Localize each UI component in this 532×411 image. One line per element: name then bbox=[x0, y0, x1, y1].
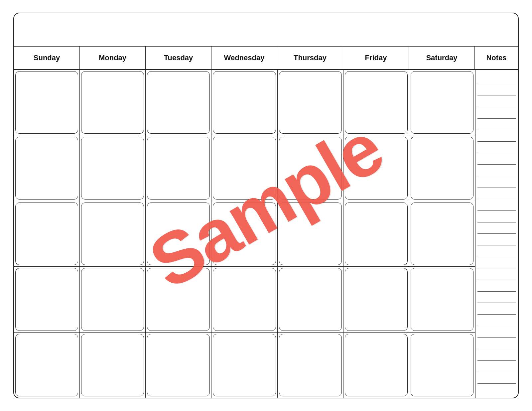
note-line bbox=[477, 315, 516, 326]
calendar-row-1 bbox=[14, 70, 475, 135]
day-cell bbox=[409, 201, 475, 266]
note-line bbox=[477, 84, 516, 96]
note-line bbox=[477, 234, 516, 245]
note-line bbox=[477, 257, 516, 269]
day-cell-inner bbox=[15, 268, 78, 331]
day-cell-inner bbox=[147, 268, 210, 331]
day-cell-inner bbox=[213, 203, 276, 265]
day-cell bbox=[146, 267, 211, 332]
day-cell-inner bbox=[213, 137, 276, 199]
day-cell bbox=[409, 135, 475, 201]
day-cell bbox=[211, 267, 277, 332]
day-cell bbox=[278, 333, 343, 398]
note-line bbox=[477, 303, 516, 315]
day-cell bbox=[278, 135, 343, 201]
note-line bbox=[477, 338, 516, 349]
day-cell bbox=[146, 135, 211, 201]
day-cell-inner bbox=[345, 137, 408, 199]
note-line bbox=[477, 349, 516, 361]
day-cell-inner bbox=[213, 71, 276, 134]
day-cell-inner bbox=[411, 334, 473, 396]
day-cell bbox=[278, 267, 343, 332]
day-cell-inner bbox=[411, 268, 473, 331]
day-cell bbox=[211, 135, 277, 201]
header-friday: Friday bbox=[343, 47, 409, 69]
calendar-row-3 bbox=[14, 201, 475, 267]
day-cell bbox=[80, 135, 146, 201]
note-line bbox=[477, 95, 516, 107]
day-cell-inner bbox=[279, 71, 342, 134]
day-cell-inner bbox=[279, 334, 342, 396]
day-cell bbox=[278, 201, 343, 266]
day-cell-inner bbox=[213, 268, 276, 331]
calendar-body bbox=[14, 70, 518, 398]
day-cell-inner bbox=[345, 203, 408, 265]
day-cell bbox=[14, 135, 80, 201]
day-cell bbox=[80, 333, 146, 398]
note-line bbox=[477, 176, 516, 188]
note-line bbox=[477, 361, 516, 372]
day-cell bbox=[211, 70, 277, 135]
note-line bbox=[477, 107, 516, 119]
day-cell bbox=[80, 201, 146, 266]
day-cell bbox=[14, 201, 80, 266]
header-row: Sunday Monday Tuesday Wednesday Thursday… bbox=[14, 47, 518, 70]
note-line bbox=[477, 268, 516, 280]
day-cell bbox=[409, 70, 475, 135]
day-cell bbox=[80, 70, 146, 135]
day-cell-inner bbox=[15, 71, 78, 134]
calendar-row-2 bbox=[14, 135, 475, 201]
day-cell-inner bbox=[81, 137, 144, 199]
note-line bbox=[477, 222, 516, 234]
header-thursday: Thursday bbox=[277, 47, 343, 69]
day-cell bbox=[146, 201, 211, 266]
day-cell bbox=[278, 70, 343, 135]
days-grid bbox=[14, 70, 475, 398]
day-cell bbox=[14, 333, 80, 398]
day-cell bbox=[409, 333, 475, 398]
calendar-row-4 bbox=[14, 267, 475, 332]
note-line bbox=[477, 199, 516, 211]
note-line bbox=[477, 188, 516, 200]
day-cell-inner bbox=[147, 203, 210, 265]
day-cell-inner bbox=[411, 203, 473, 265]
note-line bbox=[477, 153, 516, 165]
day-cell-inner bbox=[147, 71, 210, 134]
day-cell bbox=[343, 135, 409, 201]
day-cell-inner bbox=[411, 137, 473, 199]
day-cell bbox=[14, 267, 80, 332]
notes-column bbox=[475, 70, 518, 398]
calendar-row-5 bbox=[14, 333, 475, 398]
header-saturday: Saturday bbox=[409, 47, 475, 69]
day-cell bbox=[211, 201, 277, 266]
note-line bbox=[477, 165, 516, 176]
day-cell bbox=[343, 267, 409, 332]
note-line bbox=[477, 130, 516, 142]
day-cell bbox=[343, 70, 409, 135]
day-cell bbox=[14, 70, 80, 135]
day-cell bbox=[146, 70, 211, 135]
day-cell-inner bbox=[147, 137, 210, 199]
note-line bbox=[477, 245, 516, 257]
day-cell-inner bbox=[147, 334, 210, 396]
day-cell-inner bbox=[81, 71, 144, 134]
day-cell-inner bbox=[279, 137, 342, 199]
day-cell bbox=[80, 267, 146, 332]
note-line bbox=[477, 211, 516, 222]
day-cell-inner bbox=[15, 203, 78, 265]
day-cell bbox=[146, 333, 211, 398]
note-line bbox=[477, 280, 516, 292]
day-cell-inner bbox=[279, 268, 342, 331]
day-cell-inner bbox=[81, 268, 144, 331]
day-cell-inner bbox=[213, 334, 276, 396]
note-line bbox=[477, 119, 516, 130]
day-cell-inner bbox=[15, 334, 78, 396]
note-line bbox=[477, 326, 516, 338]
day-cell-inner bbox=[345, 71, 408, 134]
day-cell bbox=[343, 201, 409, 266]
header-wednesday: Wednesday bbox=[211, 47, 277, 69]
note-line bbox=[477, 72, 516, 84]
note-line bbox=[477, 142, 516, 153]
day-cell bbox=[409, 267, 475, 332]
day-cell bbox=[211, 333, 277, 398]
